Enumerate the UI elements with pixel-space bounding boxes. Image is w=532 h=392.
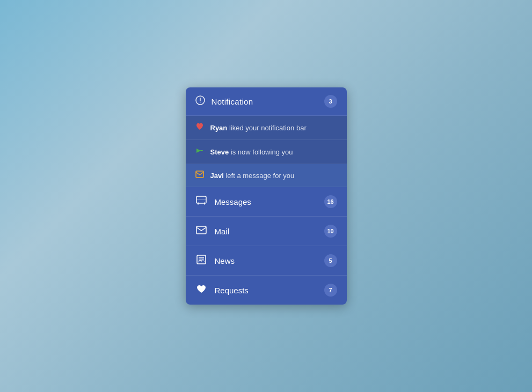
mail-label: Mail — [215, 227, 230, 236]
mail-icon — [195, 226, 207, 237]
requests-label: Requests — [215, 286, 249, 295]
envelope-icon — [195, 171, 204, 180]
svg-marker-3 — [196, 149, 201, 153]
svg-rect-4 — [200, 150, 203, 151]
requests-left: Requests — [195, 284, 249, 297]
menu-item-mail[interactable]: Mail 10 — [186, 217, 347, 246]
notification-text-steve: Steve is now following you — [210, 148, 293, 156]
notification-text-ryan: Ryan liked your notification bar — [210, 124, 307, 132]
menu-item-requests[interactable]: Requests 7 — [186, 276, 347, 305]
notification-badge: 3 — [324, 95, 337, 108]
menu-items-container: Messages 16 Mail 10 — [186, 187, 347, 305]
news-icon — [195, 255, 207, 267]
menu-item-news[interactable]: News 5 — [186, 246, 347, 276]
requests-icon — [195, 284, 207, 297]
news-label: News — [215, 256, 235, 265]
notification-header[interactable]: Notification 3 — [186, 87, 347, 116]
mail-left: Mail — [195, 226, 230, 237]
notification-item-steve[interactable]: Steve is now following you — [186, 140, 347, 164]
menu-item-messages[interactable]: Messages 16 — [186, 187, 347, 217]
svg-point-2 — [200, 101, 201, 102]
svg-rect-9 — [197, 255, 206, 264]
messages-left: Messages — [195, 196, 251, 208]
notification-widget: Notification 3 Ryan liked your notificat… — [186, 87, 347, 305]
arrow-icon — [195, 146, 204, 157]
notification-text-javi: Javi left a message for you — [210, 172, 295, 180]
requests-badge: 7 — [324, 284, 337, 297]
mail-badge: 10 — [324, 225, 337, 238]
svg-rect-8 — [196, 226, 206, 234]
messages-label: Messages — [215, 197, 251, 206]
messages-badge: 16 — [324, 195, 337, 208]
notification-header-left: Notification — [195, 95, 253, 108]
news-badge: 5 — [324, 254, 337, 267]
notification-items-container: Ryan liked your notification bar Steve i… — [186, 116, 347, 187]
notification-title: Notification — [212, 97, 253, 106]
alert-icon — [195, 95, 205, 108]
news-left: News — [195, 255, 235, 267]
svg-rect-5 — [196, 171, 203, 177]
heart-icon — [195, 122, 204, 133]
messages-icon — [195, 196, 207, 208]
notification-item-javi[interactable]: Javi left a message for you — [186, 164, 347, 187]
notification-item-ryan[interactable]: Ryan liked your notification bar — [186, 116, 347, 140]
